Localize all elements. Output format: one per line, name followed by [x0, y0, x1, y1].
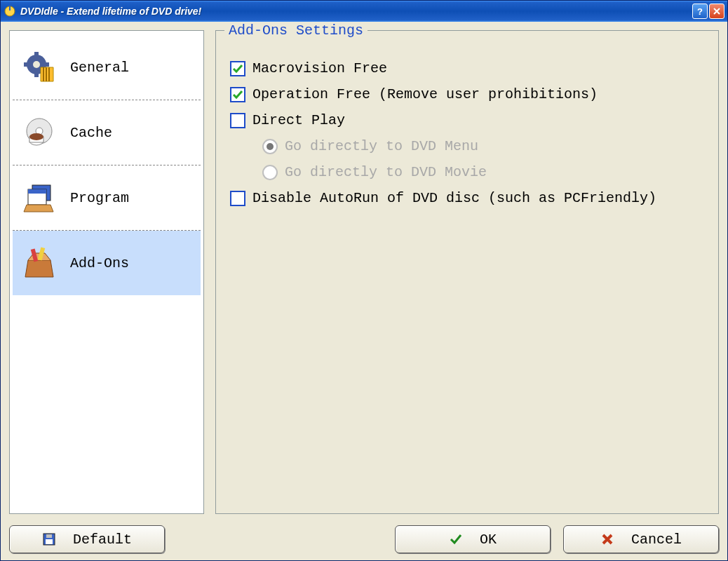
- macrovision-row: Macrovision Free: [230, 60, 704, 76]
- sidebar-item-cache[interactable]: Cache: [13, 100, 201, 165]
- panel-title: Add-Ons Settings: [224, 22, 368, 39]
- directplay-checkbox[interactable]: [230, 113, 245, 128]
- disable-autorun-label: Disable AutoRun of DVD disc (such as PCF…: [252, 190, 656, 206]
- directplay-movie-radio: [262, 165, 278, 180]
- sidebar-item-label: General: [70, 60, 129, 76]
- ok-button[interactable]: OK: [395, 525, 551, 553]
- svg-rect-1: [9, 6, 11, 11]
- operation-checkbox[interactable]: [230, 87, 245, 102]
- cross-icon: [600, 532, 614, 546]
- default-button[interactable]: Default: [9, 525, 165, 553]
- sidebar-item-label: Cache: [70, 125, 112, 141]
- disable-autorun-row: Disable AutoRun of DVD disc (such as PCF…: [230, 190, 704, 206]
- svg-rect-15: [28, 189, 46, 194]
- addons-panel: Add-Ons Settings Macrovision Free Operat…: [215, 30, 719, 514]
- ok-button-label: OK: [480, 532, 497, 548]
- spacer: [177, 525, 382, 553]
- gear-icon: [22, 50, 56, 84]
- svg-rect-19: [46, 539, 53, 544]
- directplay-menu-row: Go directly to DVD Menu: [262, 138, 704, 154]
- disc-icon: [22, 116, 56, 149]
- windows-stack-icon: [22, 181, 56, 215]
- cancel-button[interactable]: Cancel: [563, 525, 719, 553]
- main-columns: General Cache Program: [9, 30, 719, 514]
- svg-rect-5: [34, 72, 39, 77]
- directplay-label: Direct Play: [252, 112, 345, 128]
- svg-point-3: [33, 61, 40, 68]
- sidebar-item-label: Program: [70, 190, 129, 206]
- cancel-button-label: Cancel: [631, 532, 682, 548]
- default-button-label: Default: [73, 532, 132, 548]
- sidebar-item-addons[interactable]: Add-Ons: [13, 231, 201, 295]
- svg-rect-20: [46, 534, 52, 538]
- directplay-movie-row: Go directly to DVD Movie: [262, 164, 704, 180]
- svg-rect-6: [24, 62, 29, 67]
- svg-point-12: [29, 133, 43, 140]
- svg-rect-7: [43, 62, 49, 67]
- directplay-menu-label: Go directly to DVD Menu: [285, 138, 478, 154]
- sidebar-item-general[interactable]: General: [13, 35, 201, 100]
- sidebar: General Cache Program: [9, 30, 204, 514]
- disk-icon: [42, 532, 56, 546]
- sidebar-item-label: Add-Ons: [70, 255, 129, 271]
- titlebar-controls: ?: [692, 4, 724, 19]
- operation-row: Operation Free (Remove user prohibitions…: [230, 86, 704, 102]
- window-title: DVDIdle - Extend lifetime of DVD drive!: [20, 6, 692, 17]
- app-window: DVDIdle - Extend lifetime of DVD drive! …: [0, 0, 728, 561]
- disable-autorun-checkbox[interactable]: [230, 191, 245, 206]
- app-icon: [4, 5, 16, 18]
- operation-label: Operation Free (Remove user prohibitions…: [252, 86, 598, 102]
- button-bar: Default OK Cancel: [9, 514, 719, 553]
- help-button[interactable]: ?: [692, 4, 708, 19]
- macrovision-checkbox[interactable]: [230, 61, 245, 76]
- close-button[interactable]: [709, 4, 724, 19]
- titlebar: DVDIdle - Extend lifetime of DVD drive! …: [1, 1, 727, 22]
- svg-rect-4: [34, 52, 39, 58]
- client-area: General Cache Program: [1, 22, 727, 560]
- toolbox-icon: [22, 246, 56, 280]
- directplay-row: Direct Play: [230, 112, 704, 128]
- macrovision-label: Macrovision Free: [252, 60, 387, 76]
- directplay-menu-radio: [262, 139, 278, 154]
- sidebar-item-program[interactable]: Program: [13, 165, 201, 231]
- directplay-movie-label: Go directly to DVD Movie: [285, 164, 487, 180]
- check-icon: [449, 532, 463, 546]
